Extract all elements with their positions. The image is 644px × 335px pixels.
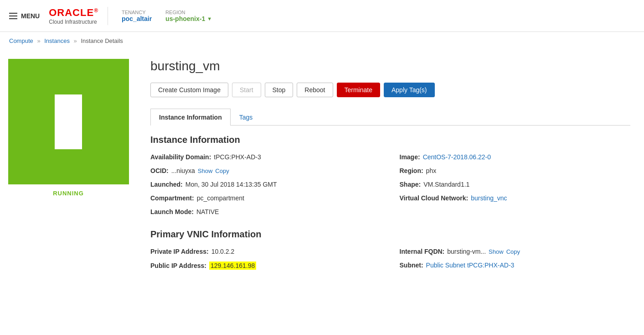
breadcrumb-current: Instance Details: [81, 37, 123, 44]
region-label: REGION: [165, 10, 212, 15]
tenancy-region-block: TENANCY poc_altair REGION us-phoenix-1 ▼: [122, 10, 212, 22]
compartment-label: Compartment:: [150, 194, 194, 202]
chevron-down-icon[interactable]: ▼: [207, 16, 212, 21]
oracle-logo: ORACLE® Cloud Infrastructure: [49, 7, 108, 25]
instance-status: RUNNING: [53, 190, 84, 197]
tab-tags[interactable]: Tags: [231, 109, 262, 126]
internal-fqdn-value: bursting-vm...: [447, 248, 486, 255]
availability-domain-row: Availability Domain: tPCG:PHX-AD-3: [150, 153, 381, 161]
tenancy-label: TENANCY: [122, 10, 152, 15]
oracle-brand: ORACLE®: [49, 7, 98, 19]
internal-fqdn-copy-link[interactable]: Copy: [506, 248, 520, 255]
instance-info-section: Instance Information Availability Domain…: [150, 135, 630, 215]
vcn-row: Virtual Cloud Network: bursting_vnc: [400, 194, 631, 202]
availability-domain-value: tPCG:PHX-AD-3: [214, 153, 261, 161]
shape-value: VM.Standard1.1: [423, 181, 469, 188]
subnet-row: Subnet: Public Subnet tPCG:PHX-AD-3: [400, 262, 631, 270]
subnet-value[interactable]: Public Subnet tPCG:PHX-AD-3: [426, 262, 515, 269]
launched-label: Launched:: [150, 181, 183, 188]
menu-label: MENU: [21, 12, 40, 20]
ocid-label: OCID:: [150, 167, 169, 174]
region-block: REGION us-phoenix-1 ▼: [165, 10, 212, 22]
internal-fqdn-row: Internal FQDN: bursting-vm... Show Copy: [400, 248, 631, 255]
shape-row: Shape: VM.Standard1.1: [400, 181, 631, 188]
reboot-button[interactable]: Reboot: [297, 83, 333, 97]
vnic-heading: Primary VNIC Information: [150, 229, 630, 240]
internal-fqdn-show-link[interactable]: Show: [489, 248, 504, 255]
region-info-value: phx: [426, 167, 437, 174]
breadcrumb-sep-2: »: [74, 37, 77, 44]
internal-fqdn-label: Internal FQDN:: [400, 248, 445, 255]
region-info-label: Region:: [400, 167, 423, 174]
cloud-infrastructure-text: Cloud Infrastructure: [49, 19, 98, 25]
public-ip-value: 129.146.161.98: [209, 262, 256, 270]
tabs: Instance Information Tags: [150, 109, 630, 126]
stop-button[interactable]: Stop: [265, 83, 294, 97]
instance-info-grid: Availability Domain: tPCG:PHX-AD-3 Image…: [150, 153, 630, 215]
breadcrumb-sep-1: »: [37, 37, 40, 44]
public-ip-label: Public IP Address:: [150, 262, 206, 269]
instance-visual-panel: RUNNING: [0, 50, 137, 293]
region-row: Region: phx: [400, 167, 631, 174]
launch-mode-value: NATIVE: [196, 208, 219, 215]
public-ip-row: Public IP Address: 129.146.161.98: [150, 262, 381, 270]
terminate-button[interactable]: Terminate: [337, 83, 380, 97]
ocid-copy-link[interactable]: Copy: [215, 168, 229, 174]
launched-row: Launched: Mon, 30 Jul 2018 14:13:35 GMT: [150, 181, 381, 188]
launch-mode-label: Launch Mode:: [150, 208, 194, 215]
breadcrumb: Compute » Instances » Instance Details: [0, 32, 644, 50]
ocid-row: OCID: ...niuyxa Show Copy: [150, 167, 381, 174]
vnic-info-grid: Private IP Address: 10.0.2.2 Internal FQ…: [150, 248, 630, 270]
launched-value: Mon, 30 Jul 2018 14:13:35 GMT: [185, 181, 277, 188]
compartment-value: pc_compartment: [197, 194, 244, 202]
instance-details-panel: bursting_vm Create Custom Image Start St…: [137, 50, 644, 293]
empty-cell: [400, 208, 631, 215]
tenancy-block: TENANCY poc_altair: [122, 10, 152, 22]
header: MENU ORACLE® Cloud Infrastructure TENANC…: [0, 0, 644, 32]
breadcrumb-instances[interactable]: Instances: [44, 37, 70, 44]
image-value[interactable]: CentOS-7-2018.06.22-0: [423, 153, 491, 161]
private-ip-value: 10.0.2.2: [211, 248, 235, 255]
instance-icon: [55, 94, 82, 149]
availability-domain-label: Availability Domain:: [150, 153, 211, 161]
private-ip-row: Private IP Address: 10.0.2.2: [150, 248, 381, 255]
private-ip-label: Private IP Address:: [150, 248, 209, 255]
compartment-row: Compartment: pc_compartment: [150, 194, 381, 202]
vcn-label: Virtual Cloud Network:: [400, 194, 469, 202]
shape-label: Shape:: [400, 181, 421, 188]
create-custom-image-button[interactable]: Create Custom Image: [150, 83, 228, 97]
tab-instance-information[interactable]: Instance Information: [150, 109, 231, 126]
image-label: Image:: [400, 153, 420, 161]
main-content: RUNNING bursting_vm Create Custom Image …: [0, 50, 644, 293]
oracle-text: ORACLE®: [49, 7, 98, 18]
breadcrumb-compute[interactable]: Compute: [9, 37, 33, 44]
instance-info-heading: Instance Information: [150, 135, 630, 145]
instance-image-box: [8, 59, 129, 184]
vnic-section: Primary VNIC Information Private IP Addr…: [150, 229, 630, 270]
start-button[interactable]: Start: [232, 83, 261, 97]
ocid-value: ...niuyxa: [171, 167, 195, 174]
instance-title: bursting_vm: [150, 59, 630, 73]
action-buttons: Create Custom Image Start Stop Reboot Te…: [150, 83, 630, 97]
subnet-label: Subnet:: [400, 262, 423, 269]
vcn-value[interactable]: bursting_vnc: [471, 194, 507, 202]
apply-tags-button[interactable]: Apply Tag(s): [384, 83, 435, 97]
region-value-area: us-phoenix-1 ▼: [165, 15, 212, 22]
tenancy-value[interactable]: poc_altair: [122, 15, 152, 22]
hamburger-icon: [9, 13, 17, 19]
image-row: Image: CentOS-7-2018.06.22-0: [400, 153, 631, 161]
ocid-show-link[interactable]: Show: [198, 168, 213, 174]
launch-mode-row: Launch Mode: NATIVE: [150, 208, 381, 215]
region-value[interactable]: us-phoenix-1: [165, 15, 205, 22]
menu-toggle[interactable]: MENU: [9, 12, 40, 20]
